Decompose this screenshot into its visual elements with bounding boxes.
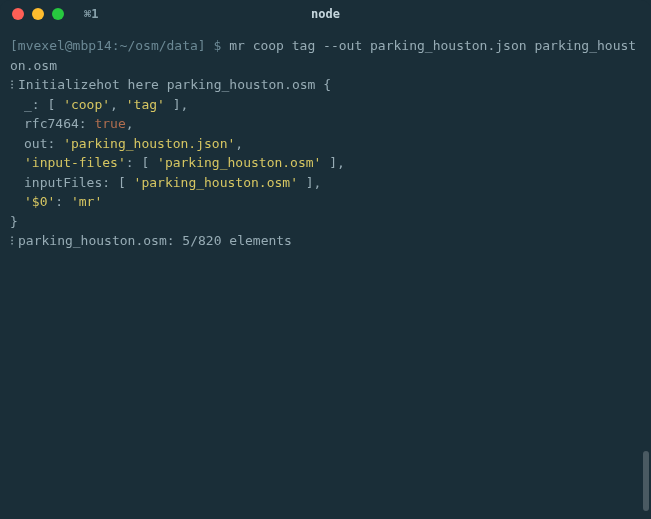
close-icon[interactable] [12, 8, 24, 20]
output-entry: rfc7464: true, [10, 114, 641, 134]
output-entry: 'input-files': [ 'parking_houston.osm' ]… [10, 153, 641, 173]
init-text: Initializehot here parking_houston.osm { [18, 77, 331, 92]
titlebar: ⌘1 node [0, 0, 651, 28]
prompt: [mvexel@mbp14:~/osm/data] $ [10, 38, 229, 53]
scrollbar[interactable] [643, 451, 649, 511]
output-entry: '$0': 'mr' [10, 192, 641, 212]
output-entry: out: 'parking_houston.json', [10, 134, 641, 154]
output-entries: _: [ 'coop', 'tag' ],rfc7464: true,out: … [10, 95, 641, 212]
tab-label[interactable]: ⌘1 [84, 5, 98, 23]
output-entry: _: [ 'coop', 'tag' ], [10, 95, 641, 115]
output-init: ⁝Initializehot here parking_houston.osm … [10, 75, 641, 95]
status-line: ⁝parking_houston.osm: 5/820 elements [10, 231, 641, 251]
output-entry: inputFiles: [ 'parking_houston.osm' ], [10, 173, 641, 193]
maximize-icon[interactable] [52, 8, 64, 20]
command-line: [mvexel@mbp14:~/osm/data] $ mr coop tag … [10, 36, 641, 75]
window-title: node [311, 5, 340, 23]
terminal-body[interactable]: [mvexel@mbp14:~/osm/data] $ mr coop tag … [0, 28, 651, 519]
minimize-icon[interactable] [32, 8, 44, 20]
close-brace: } [10, 212, 641, 232]
traffic-lights [12, 8, 64, 20]
marker-icon: ⁝ [10, 77, 14, 92]
status-text: parking_houston.osm: 5/820 elements [18, 233, 292, 248]
marker-icon: ⁝ [10, 233, 14, 248]
